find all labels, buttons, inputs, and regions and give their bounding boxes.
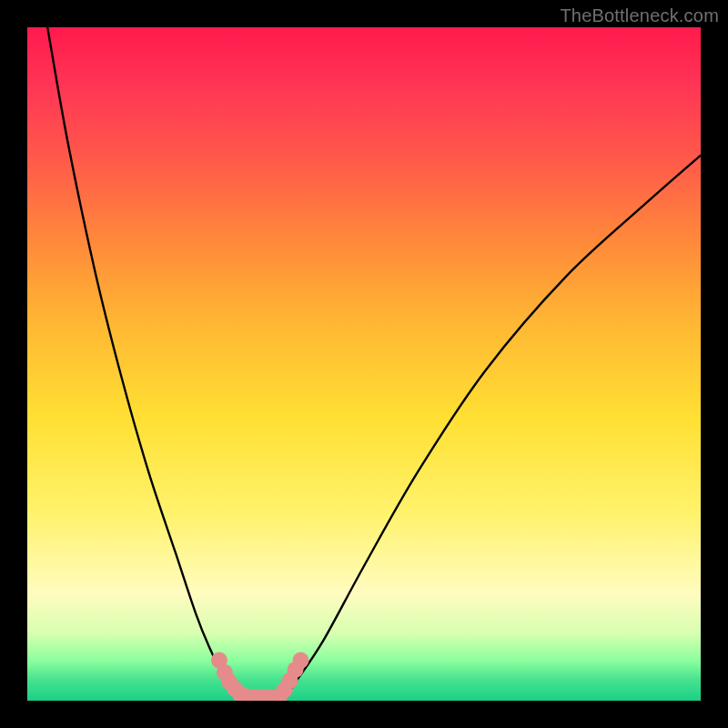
chart-frame: TheBottleneck.com	[0, 0, 728, 728]
highlight-dot	[292, 652, 308, 669]
curve-layer	[27, 27, 701, 701]
highlight-region	[211, 652, 309, 701]
plot-area	[27, 27, 701, 701]
bottleneck-curve	[47, 27, 701, 698]
bottleneck-curve-path	[47, 27, 701, 698]
watermark-label: TheBottleneck.com	[560, 5, 719, 26]
